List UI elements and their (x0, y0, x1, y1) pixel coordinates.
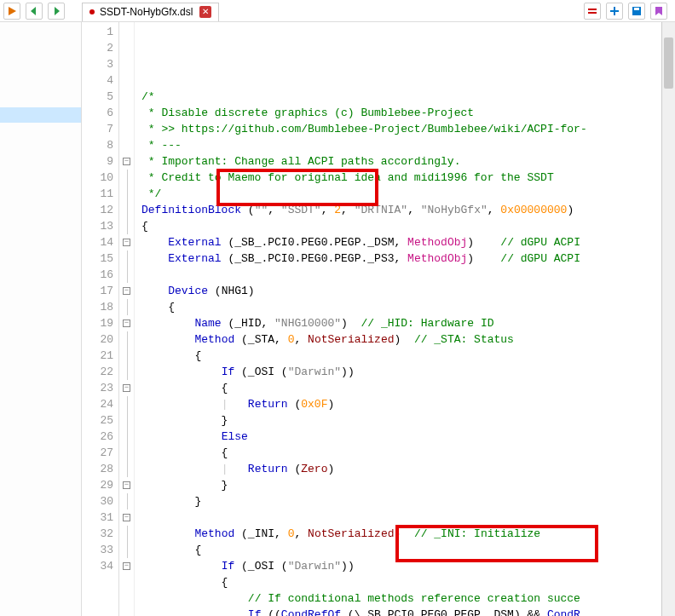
line-number: 13 (82, 218, 113, 234)
line-number: 15 (82, 250, 113, 267)
line-number: 6 (82, 105, 113, 121)
code-line[interactable]: * >> https://github.com/Bumblebee-Projec… (141, 121, 675, 137)
code-line[interactable]: { (141, 574, 675, 590)
code-line[interactable] (141, 509, 675, 526)
fold-marker (119, 170, 134, 186)
svg-rect-8 (634, 8, 639, 10)
tool-button-add[interactable] (606, 3, 623, 20)
line-number: 7 (82, 121, 113, 137)
code-area[interactable]: /* * Disable discrete graphics (c) Bumbl… (135, 22, 675, 616)
code-line[interactable]: { (141, 299, 675, 315)
code-line[interactable]: | Return (0x0F) (141, 396, 675, 412)
fold-marker (119, 40, 134, 56)
code-line[interactable]: Method (_STA, 0, NotSerialized) // _STA:… (141, 331, 675, 348)
fold-marker (119, 299, 134, 315)
tool-button-bookmark[interactable] (650, 3, 667, 20)
code-editor[interactable]: 1234567891011121314151617181920212223242… (82, 22, 675, 616)
fold-marker[interactable]: − (119, 380, 134, 396)
fold-marker[interactable]: − (119, 234, 134, 250)
code-line[interactable]: // If conditional methods reference crea… (141, 590, 675, 607)
fold-marker (119, 526, 134, 542)
vertical-scrollbar[interactable] (661, 22, 675, 616)
line-number: 3 (82, 56, 113, 72)
code-line[interactable]: } (141, 493, 675, 509)
line-number: 1 (82, 24, 113, 40)
fold-marker[interactable]: − (119, 153, 134, 170)
tool-button-save[interactable] (628, 3, 645, 20)
fold-marker (119, 542, 134, 558)
top-toolbar: SSDT-NoHybGfx.dsl ✕ (0, 0, 675, 22)
fold-marker[interactable]: − (119, 283, 134, 299)
code-line[interactable]: * --- (141, 137, 675, 153)
fold-marker (119, 121, 134, 137)
fold-marker[interactable]: − (119, 558, 134, 574)
fold-marker[interactable]: − (119, 477, 134, 493)
fold-marker (119, 331, 134, 348)
scrollbar-thumb[interactable] (664, 37, 673, 89)
code-line[interactable]: | Return (Zero) (141, 461, 675, 477)
code-line[interactable]: } (141, 412, 675, 429)
nav-back-button[interactable] (26, 3, 43, 20)
fold-marker (119, 429, 134, 445)
code-line[interactable]: /* (141, 89, 675, 105)
fold-marker (119, 137, 134, 153)
tab-close-button[interactable]: ✕ (199, 6, 211, 18)
fold-marker (119, 412, 134, 429)
fold-marker[interactable]: − (119, 509, 134, 526)
svg-marker-2 (55, 7, 60, 15)
line-number: 19 (82, 315, 113, 331)
line-number: 20 (82, 331, 113, 348)
nav-forward-button[interactable] (48, 3, 65, 20)
code-line[interactable]: If (_OSI ("Darwin")) (141, 558, 675, 574)
code-line[interactable] (141, 267, 675, 283)
code-line[interactable]: */ (141, 186, 675, 202)
code-line[interactable]: External (_SB_.PCI0.PEG0.PEGP._DSM, Meth… (141, 234, 675, 250)
fold-marker (119, 186, 134, 202)
code-line[interactable]: * Credit to Maemo for original idea and … (141, 170, 675, 186)
code-line[interactable]: { (141, 542, 675, 558)
code-line[interactable]: { (141, 218, 675, 234)
code-line[interactable]: Device (NHG1) (141, 283, 675, 299)
code-line[interactable]: Else (141, 429, 675, 445)
line-number: 29 (82, 477, 113, 493)
code-line[interactable]: Name (_HID, "NHG10000") // _HID: Hardwar… (141, 315, 675, 331)
code-line[interactable]: If ((CondRefOf (\_SB.PCI0.PEG0.PEGP._DSM… (141, 607, 675, 616)
line-number: 22 (82, 364, 113, 380)
fold-marker (119, 250, 134, 267)
code-line[interactable]: Method (_INI, 0, NotSerialized) // _INI:… (141, 526, 675, 542)
fold-marker[interactable]: − (119, 315, 134, 331)
code-line[interactable]: } (141, 477, 675, 493)
tab-title: SSDT-NoHybGfx.dsl (100, 6, 193, 18)
line-number: 5 (82, 89, 113, 105)
file-tab[interactable]: SSDT-NoHybGfx.dsl ✕ (82, 3, 219, 21)
line-number: 24 (82, 396, 113, 412)
tool-button-1[interactable] (584, 3, 601, 20)
line-number: 23 (82, 380, 113, 396)
code-line[interactable]: { (141, 348, 675, 364)
run-button[interactable] (3, 3, 20, 20)
line-number: 12 (82, 202, 113, 218)
fold-column[interactable]: −−−−−−−− (119, 22, 135, 616)
line-number: 25 (82, 412, 113, 429)
line-number: 4 (82, 72, 113, 89)
side-panel-selection[interactable] (0, 107, 81, 123)
line-number: 31 (82, 509, 113, 526)
line-number: 33 (82, 542, 113, 558)
line-number: 8 (82, 137, 113, 153)
line-number: 26 (82, 429, 113, 445)
line-number: 34 (82, 558, 113, 574)
code-line[interactable]: * Disable discrete graphics (c) Bumblebe… (141, 105, 675, 121)
fold-marker (119, 396, 134, 412)
code-line[interactable]: External (_SB_.PCI0.PEG0.PEGP._PS3, Meth… (141, 250, 675, 267)
line-number: 16 (82, 267, 113, 283)
code-line[interactable]: { (141, 445, 675, 461)
line-number: 9 (82, 153, 113, 170)
code-line[interactable]: If (_OSI ("Darwin")) (141, 364, 675, 380)
fold-marker (119, 364, 134, 380)
code-line[interactable]: * Important: Change all ACPI paths accor… (141, 153, 675, 170)
fold-marker (119, 445, 134, 461)
line-number: 27 (82, 445, 113, 461)
fold-marker (119, 348, 134, 364)
code-line[interactable]: DefinitionBlock ("", "SSDT", 2, "DRTNIA"… (141, 202, 675, 218)
code-line[interactable]: { (141, 380, 675, 396)
